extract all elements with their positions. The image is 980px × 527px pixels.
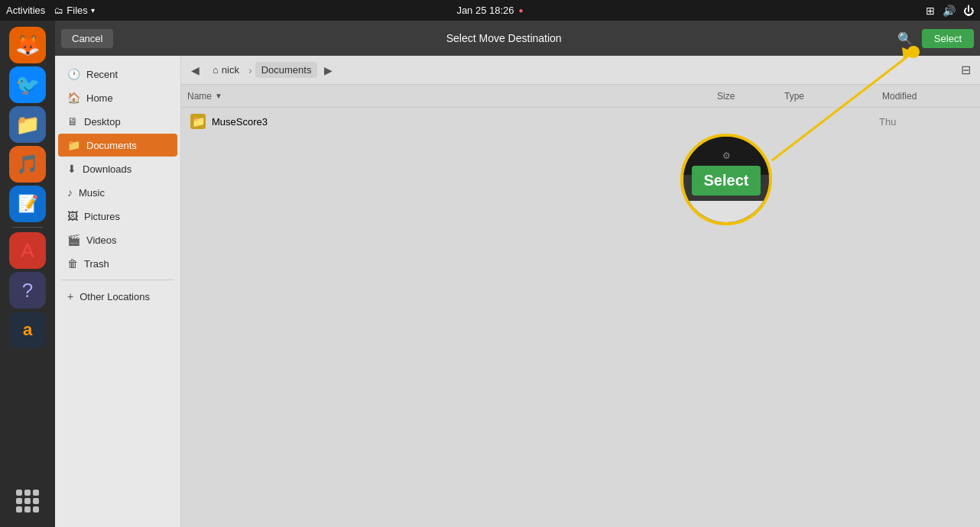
dock-amazon[interactable]: a bbox=[9, 312, 46, 348]
sidebar-label-trash: Trash bbox=[84, 258, 109, 270]
file-list: 📁 MuseScore3 Thu bbox=[181, 108, 980, 527]
sidebar-item-videos[interactable]: 🎬 Videos bbox=[58, 228, 177, 251]
desktop-icon: 🖥 bbox=[67, 115, 78, 128]
power-icon: ⏻ bbox=[963, 5, 974, 17]
dock-help[interactable]: ? bbox=[9, 272, 46, 309]
sidebar-item-documents[interactable]: 📁 Documents bbox=[58, 134, 177, 157]
recent-icon: 🕐 bbox=[67, 68, 80, 80]
window-title: Select Move Destination bbox=[119, 32, 888, 44]
select-button[interactable]: Select bbox=[922, 29, 974, 48]
dock-divider bbox=[12, 227, 43, 228]
file-manager-window: Cancel Select Move Destination 🔍 Select … bbox=[55, 21, 980, 527]
view-toggle-button[interactable]: ⊟ bbox=[958, 60, 974, 80]
dock: 🦊 🐦 📁 🎵 📝 A ? a bbox=[0, 21, 55, 527]
files-menu[interactable]: 🗂 Files ▾ bbox=[54, 5, 94, 16]
column-headers: Name ▼ Size Type Modified bbox=[181, 85, 980, 108]
sort-arrow: ▼ bbox=[215, 92, 222, 100]
breadcrumb-nick-label: nick bbox=[222, 64, 239, 76]
activities-label[interactable]: Activities bbox=[6, 5, 45, 16]
folder-icon: 📁 bbox=[190, 114, 206, 129]
sidebar-label-recent: Recent bbox=[86, 69, 118, 80]
content-area: 🕐 Recent 🏠 Home 🖥 Desktop 📁 Documents ⬇ … bbox=[55, 56, 980, 527]
table-row[interactable]: 📁 MuseScore3 Thu bbox=[187, 111, 974, 132]
dock-writer[interactable]: 📝 bbox=[9, 186, 46, 222]
sidebar-item-trash[interactable]: 🗑 Trash bbox=[58, 252, 177, 275]
pictures-icon: 🖼 bbox=[67, 210, 78, 222]
sidebar-item-recent[interactable]: 🕐 Recent bbox=[58, 63, 177, 86]
sidebar: 🕐 Recent 🏠 Home 🖥 Desktop 📁 Documents ⬇ … bbox=[55, 56, 181, 527]
topbar-right: ⊞ 🔊 ⏻ bbox=[926, 5, 974, 17]
trash-icon: 🗑 bbox=[67, 257, 78, 270]
other-locations-icon: + bbox=[67, 290, 73, 302]
documents-icon: 📁 bbox=[67, 139, 80, 151]
breadcrumb-documents[interactable]: Documents bbox=[255, 62, 318, 78]
music-icon: ♪ bbox=[67, 186, 73, 199]
dock-firefox[interactable]: 🦊 bbox=[9, 27, 46, 63]
dock-app-grid[interactable] bbox=[9, 483, 46, 519]
search-button[interactable]: 🔍 bbox=[894, 28, 916, 49]
sidebar-item-downloads[interactable]: ⬇ Downloads bbox=[58, 157, 177, 180]
sidebar-item-home[interactable]: 🏠 Home bbox=[58, 86, 177, 109]
col-header-size[interactable]: Size bbox=[717, 91, 778, 102]
sidebar-item-music[interactable]: ♪ Music bbox=[58, 181, 177, 204]
breadcrumb-nick[interactable]: ⌂ nick bbox=[206, 62, 245, 78]
breadcrumb-bar: ◀ ⌂ nick › Documents ▶ ⊟ bbox=[181, 56, 980, 85]
titlebar: Cancel Select Move Destination 🔍 Select bbox=[55, 21, 980, 56]
datetime: Jan 25 18:26 bbox=[456, 5, 514, 16]
main-area: ◀ ⌂ nick › Documents ▶ ⊟ Name ▼ bbox=[181, 56, 980, 527]
topbar: Activities 🗂 Files ▾ Jan 25 18:26 ● ⊞ 🔊 … bbox=[0, 0, 980, 21]
sidebar-item-other-locations[interactable]: + Other Locations bbox=[58, 285, 177, 308]
sidebar-label-home: Home bbox=[86, 92, 113, 104]
back-button[interactable]: ◀ bbox=[187, 63, 203, 78]
cancel-button[interactable]: Cancel bbox=[61, 29, 113, 48]
home-icon: 🏠 bbox=[67, 92, 80, 104]
col-header-name[interactable]: Name ▼ bbox=[187, 91, 711, 102]
file-modified: Thu bbox=[879, 116, 971, 128]
sidebar-label-videos: Videos bbox=[86, 234, 117, 246]
dock-rhythmbox[interactable]: 🎵 bbox=[9, 146, 46, 183]
forward-button[interactable]: ▶ bbox=[320, 63, 336, 78]
record-dot: ● bbox=[519, 6, 524, 15]
sidebar-label-other-locations: Other Locations bbox=[80, 291, 150, 302]
topbar-center: Jan 25 18:26 ● bbox=[456, 5, 523, 16]
home-breadcrumb-icon: ⌂ bbox=[213, 64, 219, 76]
sidebar-item-desktop[interactable]: 🖥 Desktop bbox=[58, 110, 177, 133]
videos-icon: 🎬 bbox=[67, 234, 80, 246]
col-header-type[interactable]: Type bbox=[784, 91, 876, 102]
sidebar-divider bbox=[61, 280, 174, 280]
dock-appstore[interactable]: A bbox=[9, 232, 46, 269]
dock-thunderbird[interactable]: 🐦 bbox=[9, 66, 46, 103]
topbar-left: Activities 🗂 Files ▾ bbox=[6, 5, 95, 16]
sidebar-label-music: Music bbox=[79, 187, 105, 199]
breadcrumb-separator: › bbox=[248, 64, 252, 76]
breadcrumb-documents-label: Documents bbox=[261, 64, 312, 76]
col-header-modified[interactable]: Modified bbox=[882, 91, 974, 102]
network-icon: ⊞ bbox=[926, 5, 935, 17]
file-name: MuseScore3 bbox=[212, 116, 708, 128]
volume-icon: 🔊 bbox=[943, 5, 956, 17]
dock-files[interactable]: 📁 bbox=[9, 106, 46, 143]
sidebar-label-downloads: Downloads bbox=[83, 163, 131, 175]
sidebar-label-pictures: Pictures bbox=[84, 211, 120, 222]
sidebar-label-desktop: Desktop bbox=[84, 116, 121, 128]
sidebar-item-pictures[interactable]: 🖼 Pictures bbox=[58, 205, 177, 228]
sidebar-label-documents: Documents bbox=[86, 140, 137, 151]
downloads-icon: ⬇ bbox=[67, 163, 76, 175]
